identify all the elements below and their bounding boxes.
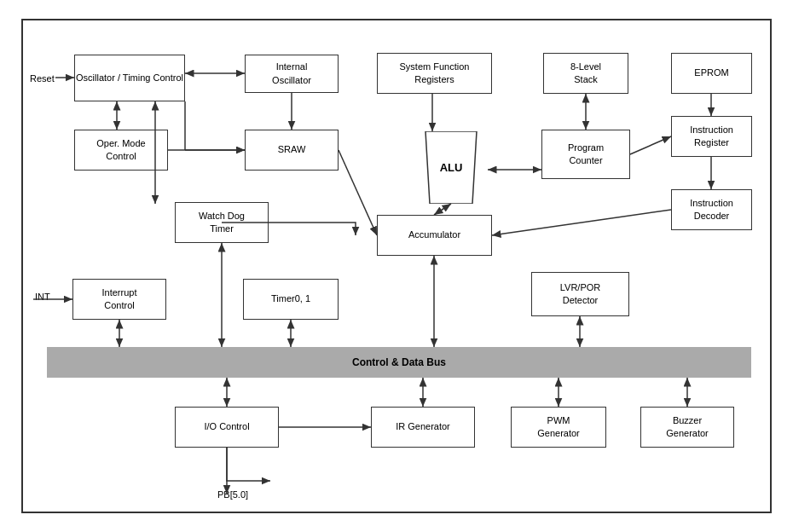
svg-line-18: [492, 210, 671, 235]
int-label: INT: [35, 292, 50, 302]
sys-func-reg-block: System FunctionRegisters: [377, 53, 492, 94]
interrupt-block: InterruptControl: [72, 279, 166, 320]
program-counter-block: ProgramCounter: [541, 130, 630, 179]
alu-shape: ALU: [417, 131, 485, 204]
timer-block: Timer0, 1: [243, 279, 339, 320]
reset-label: Reset: [30, 73, 55, 84]
svg-line-11: [339, 150, 377, 235]
alu-label: ALU: [440, 161, 463, 174]
svg-line-13: [434, 204, 451, 215]
accumulator-block: Accumulator: [377, 215, 492, 256]
instr-decoder-block: InstructionDecoder: [671, 189, 752, 230]
buzzer-block: BuzzerGenerator: [640, 407, 734, 448]
internal-osc-block: InternalOscillator: [245, 55, 339, 93]
instr-reg-block: InstructionRegister: [671, 116, 752, 157]
watchdog-block: Watch DogTimer: [175, 202, 269, 243]
svg-line-15: [630, 136, 671, 154]
stack-block: 8-LevelStack: [543, 53, 628, 94]
control-data-bus: Control & Data Bus: [47, 347, 751, 378]
sraw-block: SRAW: [245, 130, 339, 171]
oscillator-block: Oscillator / Timing Control: [74, 55, 185, 101]
oper-mode-block: Oper. ModeControl: [74, 130, 168, 171]
pb-label: PB[5.0]: [217, 489, 248, 500]
lvr-block: LVR/PORDetector: [531, 272, 629, 316]
pwm-block: PWMGenerator: [511, 407, 606, 448]
io-control-block: I/O Control: [175, 407, 279, 448]
eprom-block: EPROM: [671, 53, 752, 94]
diagram-container: Oscillator / Timing Control InternalOsci…: [21, 19, 772, 513]
ir-gen-block: IR Generator: [371, 407, 475, 448]
